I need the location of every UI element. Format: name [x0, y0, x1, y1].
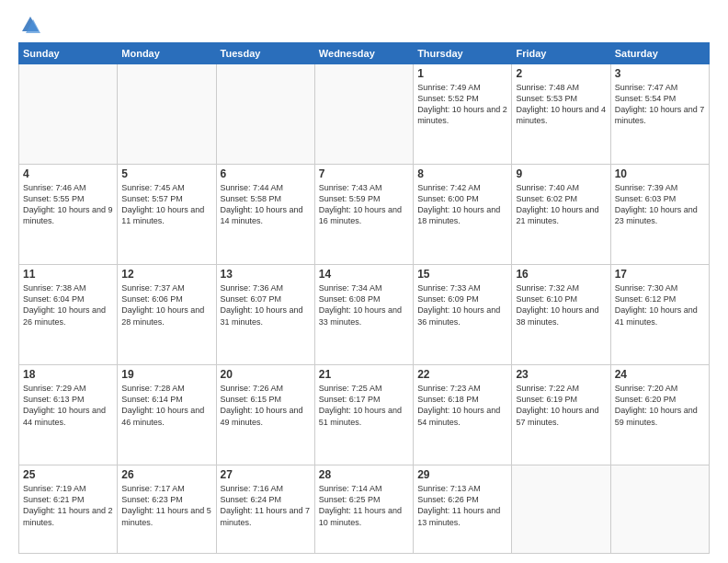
day-number: 1	[417, 67, 507, 80]
day-info: Sunrise: 7:19 AM Sunset: 6:21 PM Dayligh…	[23, 483, 113, 528]
week-row-5: 25Sunrise: 7:19 AM Sunset: 6:21 PM Dayli…	[19, 465, 710, 554]
day-cell: 11Sunrise: 7:38 AM Sunset: 6:04 PM Dayli…	[19, 265, 118, 365]
day-info: Sunrise: 7:17 AM Sunset: 6:23 PM Dayligh…	[121, 483, 211, 528]
day-info: Sunrise: 7:45 AM Sunset: 5:57 PM Dayligh…	[121, 182, 211, 227]
col-header-wednesday: Wednesday	[314, 43, 413, 64]
page: SundayMondayTuesdayWednesdayThursdayFrid…	[0, 0, 728, 563]
day-number: 20	[221, 368, 311, 381]
day-info: Sunrise: 7:48 AM Sunset: 5:53 PM Dayligh…	[516, 82, 606, 127]
day-info: Sunrise: 7:25 AM Sunset: 6:17 PM Dayligh…	[319, 383, 409, 428]
day-number: 24	[615, 368, 705, 381]
day-number: 22	[417, 368, 507, 381]
day-number: 17	[615, 268, 705, 281]
day-number: 4	[23, 167, 113, 180]
day-info: Sunrise: 7:22 AM Sunset: 6:19 PM Dayligh…	[516, 383, 606, 428]
week-row-1: 1Sunrise: 7:49 AM Sunset: 5:52 PM Daylig…	[19, 64, 710, 165]
logo	[18, 15, 40, 35]
day-number: 15	[417, 268, 507, 281]
day-info: Sunrise: 7:23 AM Sunset: 6:18 PM Dayligh…	[417, 383, 507, 428]
day-cell: 23Sunrise: 7:22 AM Sunset: 6:19 PM Dayli…	[512, 365, 610, 465]
day-cell: 16Sunrise: 7:32 AM Sunset: 6:10 PM Dayli…	[512, 265, 610, 365]
day-cell: 19Sunrise: 7:28 AM Sunset: 6:14 PM Dayli…	[118, 365, 216, 465]
day-info: Sunrise: 7:39 AM Sunset: 6:03 PM Dayligh…	[615, 182, 705, 227]
day-info: Sunrise: 7:37 AM Sunset: 6:06 PM Dayligh…	[121, 282, 211, 327]
day-cell: 18Sunrise: 7:29 AM Sunset: 6:13 PM Dayli…	[19, 365, 118, 465]
col-header-monday: Monday	[118, 43, 216, 64]
day-cell: 10Sunrise: 7:39 AM Sunset: 6:03 PM Dayli…	[610, 165, 709, 265]
day-cell	[19, 64, 118, 165]
day-number: 21	[319, 368, 409, 381]
day-cell	[610, 465, 709, 554]
day-cell: 8Sunrise: 7:42 AM Sunset: 6:00 PM Daylig…	[414, 165, 512, 265]
day-cell: 3Sunrise: 7:47 AM Sunset: 5:54 PM Daylig…	[610, 64, 709, 165]
col-header-thursday: Thursday	[414, 43, 512, 64]
week-row-4: 18Sunrise: 7:29 AM Sunset: 6:13 PM Dayli…	[19, 365, 710, 465]
day-info: Sunrise: 7:40 AM Sunset: 6:02 PM Dayligh…	[516, 182, 606, 227]
day-number: 26	[121, 468, 211, 481]
day-number: 7	[319, 167, 409, 180]
day-cell	[118, 64, 216, 165]
day-cell: 6Sunrise: 7:44 AM Sunset: 5:58 PM Daylig…	[216, 165, 314, 265]
day-info: Sunrise: 7:16 AM Sunset: 6:24 PM Dayligh…	[221, 483, 311, 528]
day-cell: 12Sunrise: 7:37 AM Sunset: 6:06 PM Dayli…	[118, 265, 216, 365]
day-number: 27	[221, 468, 311, 481]
day-number: 29	[417, 468, 507, 481]
day-info: Sunrise: 7:29 AM Sunset: 6:13 PM Dayligh…	[23, 383, 113, 428]
day-cell: 9Sunrise: 7:40 AM Sunset: 6:02 PM Daylig…	[512, 165, 610, 265]
day-number: 25	[23, 468, 113, 481]
day-number: 16	[516, 268, 606, 281]
day-cell: 7Sunrise: 7:43 AM Sunset: 5:59 PM Daylig…	[314, 165, 413, 265]
day-cell	[314, 64, 413, 165]
day-info: Sunrise: 7:32 AM Sunset: 6:10 PM Dayligh…	[516, 282, 606, 327]
day-number: 2	[516, 67, 606, 80]
day-number: 23	[516, 368, 606, 381]
day-cell: 4Sunrise: 7:46 AM Sunset: 5:55 PM Daylig…	[19, 165, 118, 265]
day-cell: 24Sunrise: 7:20 AM Sunset: 6:20 PM Dayli…	[610, 365, 709, 465]
day-cell: 1Sunrise: 7:49 AM Sunset: 5:52 PM Daylig…	[414, 64, 512, 165]
col-header-tuesday: Tuesday	[216, 43, 314, 64]
day-info: Sunrise: 7:30 AM Sunset: 6:12 PM Dayligh…	[615, 282, 705, 327]
day-cell	[216, 64, 314, 165]
day-cell: 13Sunrise: 7:36 AM Sunset: 6:07 PM Dayli…	[216, 265, 314, 365]
day-info: Sunrise: 7:28 AM Sunset: 6:14 PM Dayligh…	[121, 383, 211, 428]
day-number: 8	[417, 167, 507, 180]
day-number: 19	[121, 368, 211, 381]
day-cell: 22Sunrise: 7:23 AM Sunset: 6:18 PM Dayli…	[414, 365, 512, 465]
col-header-friday: Friday	[512, 43, 610, 64]
day-cell: 14Sunrise: 7:34 AM Sunset: 6:08 PM Dayli…	[314, 265, 413, 365]
day-number: 14	[319, 268, 409, 281]
day-number: 13	[221, 268, 311, 281]
day-info: Sunrise: 7:20 AM Sunset: 6:20 PM Dayligh…	[615, 383, 705, 428]
day-info: Sunrise: 7:38 AM Sunset: 6:04 PM Dayligh…	[23, 282, 113, 327]
day-info: Sunrise: 7:46 AM Sunset: 5:55 PM Dayligh…	[23, 182, 113, 227]
day-cell: 20Sunrise: 7:26 AM Sunset: 6:15 PM Dayli…	[216, 365, 314, 465]
calendar-table: SundayMondayTuesdayWednesdayThursdayFrid…	[18, 42, 710, 554]
day-number: 10	[615, 167, 705, 180]
day-number: 5	[121, 167, 211, 180]
day-info: Sunrise: 7:34 AM Sunset: 6:08 PM Dayligh…	[319, 282, 409, 327]
day-number: 6	[221, 167, 311, 180]
day-number: 9	[516, 167, 606, 180]
day-info: Sunrise: 7:36 AM Sunset: 6:07 PM Dayligh…	[221, 282, 311, 327]
day-info: Sunrise: 7:47 AM Sunset: 5:54 PM Dayligh…	[615, 82, 705, 127]
day-cell	[512, 465, 610, 554]
week-row-3: 11Sunrise: 7:38 AM Sunset: 6:04 PM Dayli…	[19, 265, 710, 365]
day-cell: 17Sunrise: 7:30 AM Sunset: 6:12 PM Dayli…	[610, 265, 709, 365]
day-cell: 25Sunrise: 7:19 AM Sunset: 6:21 PM Dayli…	[19, 465, 118, 554]
day-cell: 26Sunrise: 7:17 AM Sunset: 6:23 PM Dayli…	[118, 465, 216, 554]
day-info: Sunrise: 7:26 AM Sunset: 6:15 PM Dayligh…	[221, 383, 311, 428]
header	[18, 15, 710, 35]
day-cell: 28Sunrise: 7:14 AM Sunset: 6:25 PM Dayli…	[314, 465, 413, 554]
day-number: 18	[23, 368, 113, 381]
day-cell: 29Sunrise: 7:13 AM Sunset: 6:26 PM Dayli…	[414, 465, 512, 554]
day-cell: 15Sunrise: 7:33 AM Sunset: 6:09 PM Dayli…	[414, 265, 512, 365]
logo-icon	[20, 15, 40, 35]
col-header-sunday: Sunday	[19, 43, 118, 64]
day-cell: 2Sunrise: 7:48 AM Sunset: 5:53 PM Daylig…	[512, 64, 610, 165]
col-header-saturday: Saturday	[610, 43, 709, 64]
day-info: Sunrise: 7:42 AM Sunset: 6:00 PM Dayligh…	[417, 182, 507, 227]
day-cell: 5Sunrise: 7:45 AM Sunset: 5:57 PM Daylig…	[118, 165, 216, 265]
day-info: Sunrise: 7:14 AM Sunset: 6:25 PM Dayligh…	[319, 483, 409, 528]
day-info: Sunrise: 7:49 AM Sunset: 5:52 PM Dayligh…	[417, 82, 507, 127]
day-info: Sunrise: 7:43 AM Sunset: 5:59 PM Dayligh…	[319, 182, 409, 227]
